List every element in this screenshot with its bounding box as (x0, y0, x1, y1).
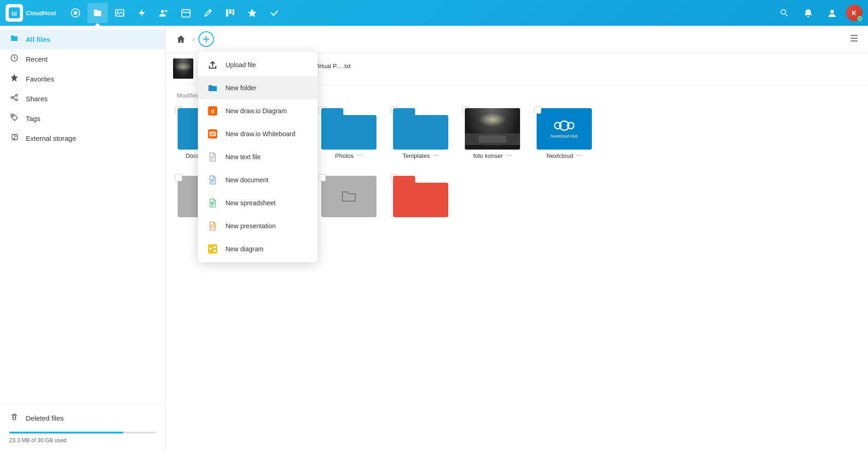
folder-icon-photos (321, 108, 376, 150)
file-item-photos[interactable]: Photos ··· (317, 104, 381, 163)
new-document-icon (206, 173, 219, 186)
dropdown-drawio-diagram[interactable]: d New draw.io Diagram (198, 99, 318, 122)
dropdown-upload-file[interactable]: Upload file (198, 53, 318, 76)
svg-rect-9 (226, 9, 228, 17)
dropdown-new-spreadsheet[interactable]: New spreadsheet (198, 191, 318, 214)
file-item-nextcloud[interactable]: Nextcloud Hub Nextcloud ··· (532, 104, 596, 163)
svg-rect-32 (851, 38, 858, 39)
tags-label: Tags (26, 115, 41, 122)
file-checkbox-video[interactable] (175, 174, 182, 181)
dropdown-drawio-whiteboard[interactable]: New draw.io Whiteboard (198, 122, 318, 145)
nextcloud-name-row: Nextcloud ··· (546, 150, 582, 159)
foto-konser-thumbnail (465, 108, 520, 150)
favorites-icon (9, 74, 19, 84)
search-icon[interactable] (774, 3, 794, 23)
nav-icons (65, 3, 774, 23)
nextcloud-thumbnail: Nextcloud Hub (537, 108, 592, 150)
photos-actions[interactable]: ··· (357, 151, 363, 159)
templates-folder-body (393, 115, 448, 150)
new-spreadsheet-icon (206, 197, 219, 209)
all-files-label: All files (26, 35, 50, 43)
logo-icon: Id (6, 4, 23, 22)
foto-konser-actions[interactable]: ··· (505, 151, 511, 159)
nav-calendar-icon[interactable] (176, 3, 196, 23)
storage-text: 23.3 MB of 30 GB used (0, 437, 165, 444)
nav-tasks-icon[interactable] (264, 3, 284, 23)
sidebar-item-all-files[interactable]: All files (0, 29, 165, 49)
templates-actions[interactable]: ··· (433, 151, 439, 159)
add-button[interactable] (198, 31, 214, 47)
sidebar-divider (0, 404, 165, 405)
konser-thumbnail (173, 58, 193, 79)
foto-konser-name-row: foto konser ··· (473, 150, 512, 159)
nav-files-icon[interactable] (87, 3, 108, 23)
file-item-foto-konser[interactable]: foto konser ··· (460, 104, 525, 163)
sidebar-item-external-storage[interactable]: External storage (0, 128, 165, 148)
nav-image-icon[interactable] (110, 3, 130, 23)
svg-point-18 (16, 94, 17, 96)
nav-contacts-icon[interactable] (154, 3, 174, 23)
svg-marker-12 (248, 9, 256, 17)
app-logo[interactable]: Id CloudHost (6, 4, 56, 22)
sidebar-item-shares[interactable]: Shares (0, 89, 165, 109)
external-storage-label: External storage (26, 134, 76, 142)
nav-favorites-icon[interactable] (242, 3, 262, 23)
svg-point-14 (807, 16, 809, 17)
dropdown-new-diagram[interactable]: New diagram (198, 237, 318, 260)
sidebar-item-favorites[interactable]: Favorites (0, 69, 165, 89)
svg-rect-28 (209, 248, 212, 249)
folder-icon-templates (393, 108, 448, 150)
red-folder-body-2 (393, 183, 448, 217)
sidebar-item-deleted-files[interactable]: Deleted files (0, 408, 165, 428)
nextcloud-label: Nextcloud (546, 152, 573, 159)
svg-rect-8 (182, 10, 190, 17)
recent-icon (9, 54, 19, 64)
svg-text:Id: Id (12, 10, 17, 17)
svg-point-7 (165, 10, 167, 12)
toolbar: › Upload file (166, 26, 868, 53)
sidebar-item-tags[interactable]: Tags (0, 109, 165, 128)
storage-bar-fill (9, 432, 123, 434)
concert-background (465, 108, 520, 150)
new-folder-label: New folder (226, 84, 256, 92)
svg-point-15 (830, 10, 834, 13)
file-checkbox-nextcloud[interactable] (534, 106, 541, 114)
nav-notes-icon[interactable] (198, 3, 218, 23)
avatar[interactable]: K (846, 5, 862, 21)
drawio-diagram-label: New draw.io Diagram (226, 107, 287, 115)
nav-activity-icon[interactable] (132, 3, 152, 23)
sidebar-item-recent[interactable]: Recent (0, 49, 165, 69)
dropdown-menu: Upload file New folder (198, 52, 318, 262)
toolbar-right (848, 32, 861, 47)
text-file-icon (206, 150, 219, 163)
tags-icon (9, 113, 19, 124)
notifications-icon[interactable] (798, 3, 818, 23)
nav-circle-icon[interactable] (65, 3, 86, 23)
deleted-files-label: Deleted files (26, 414, 64, 422)
nav-deck-icon[interactable] (220, 3, 240, 23)
new-folder-icon (206, 81, 219, 94)
view-toggle-button[interactable] (848, 32, 861, 47)
navbar: Id CloudHost (0, 0, 868, 26)
profile-icon[interactable] (822, 3, 842, 23)
dropdown-new-folder[interactable]: New folder (198, 76, 318, 99)
file-item-gray-1[interactable] (317, 172, 381, 221)
dropdown-new-presentation[interactable]: New presentation (198, 214, 318, 237)
svg-rect-33 (851, 40, 858, 41)
svg-rect-10 (229, 9, 231, 14)
file-checkbox-gray-1[interactable] (318, 174, 326, 181)
nextcloud-hub-text: Nextcloud Hub (550, 134, 578, 139)
external-storage-icon (9, 133, 19, 144)
nextcloud-actions[interactable]: ··· (576, 151, 582, 159)
shares-icon (9, 93, 19, 104)
dropdown-new-document[interactable]: New document (198, 168, 318, 191)
navbar-right: K (774, 3, 862, 23)
file-item-templates[interactable]: Templates ··· (388, 104, 453, 163)
file-item-red-2[interactable] (388, 172, 453, 221)
dropdown-new-text-file[interactable]: New text file (198, 145, 318, 168)
home-button[interactable] (173, 31, 189, 47)
shares-label: Shares (26, 95, 48, 103)
new-diagram-label: New diagram (226, 245, 263, 253)
new-text-file-label: New text file (226, 153, 260, 161)
new-document-label: New document (226, 176, 268, 184)
